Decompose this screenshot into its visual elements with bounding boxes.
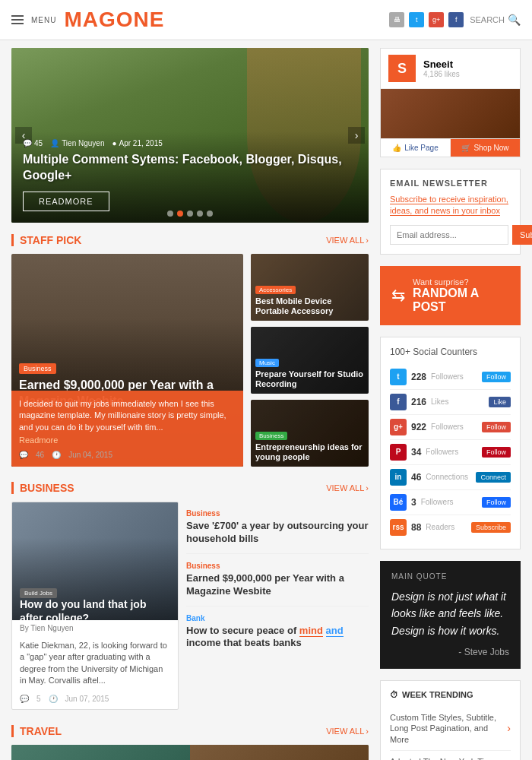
sneeit-shop-button[interactable]: 🛒 Shop Now bbox=[451, 139, 520, 157]
twitter-header-icon[interactable]: t bbox=[409, 12, 424, 27]
search-label: SEARCH bbox=[470, 15, 505, 24]
facebook-like-button[interactable]: Like bbox=[489, 397, 511, 407]
travel-header: TRAVEL VIEW ALL › bbox=[11, 725, 369, 737]
pinterest-label: Followers bbox=[426, 448, 477, 456]
staff-side-overlay-3: Business Entrepreneurship ideas for youn… bbox=[251, 400, 369, 467]
side-tag-2: Music bbox=[255, 359, 279, 367]
googleplus-label: Followers bbox=[431, 423, 477, 431]
business-header: BUSINESS VIEW ALL › bbox=[11, 482, 369, 494]
sneeit-likes: 4,186 likes bbox=[423, 70, 512, 78]
random-sub: Want surprise? bbox=[413, 277, 509, 287]
biz-list-item-3: Bank How to secure peace of mind and inc… bbox=[186, 606, 369, 658]
staff-side-item-3[interactable]: Business Entrepreneurship ideas for youn… bbox=[251, 400, 369, 467]
author-icon: 👤 bbox=[50, 139, 59, 147]
newsletter-submit-button[interactable]: Submit bbox=[512, 225, 532, 245]
business-title: BUSINESS bbox=[11, 482, 74, 494]
staff-side-overlay-1: Accessories Best Mobile Device Portable … bbox=[251, 254, 369, 321]
social-row-googleplus: g+ 922 Followers Follow bbox=[390, 415, 511, 440]
linkedin-count: 46 bbox=[411, 472, 421, 483]
site-logo[interactable]: MAGONE bbox=[64, 8, 164, 32]
header-social-icons: 🖶 t g+ f bbox=[389, 12, 464, 27]
trending-item-2[interactable]: Adapted The New York Times - Best Online… bbox=[390, 751, 511, 760]
slider-dot-3[interactable] bbox=[187, 211, 193, 217]
comments-icon: 💬 bbox=[19, 451, 28, 459]
business-view-all[interactable]: VIEW ALL › bbox=[326, 483, 369, 492]
sneeit-image bbox=[381, 89, 520, 138]
biz-date-icon: 🕐 bbox=[49, 695, 58, 703]
random-title: RANDOM A POST bbox=[413, 287, 509, 314]
slider-dot-4[interactable] bbox=[197, 211, 203, 217]
cart-icon: 🛒 bbox=[461, 144, 470, 152]
clock-trending-icon: ⏱ bbox=[390, 690, 398, 699]
readmore-button[interactable]: READMORE bbox=[23, 192, 109, 211]
quote-text: Design is not just what it looks like an… bbox=[391, 588, 509, 639]
sneeit-like-button[interactable]: 👍 Like Page bbox=[381, 139, 451, 157]
pinterest-follow-button[interactable]: Follow bbox=[482, 447, 511, 458]
quote-author: - Steve Jobs bbox=[391, 647, 509, 657]
comment-icon: 💬 bbox=[23, 139, 32, 147]
hero-author: 👤 Tien Nguyen bbox=[50, 139, 104, 147]
staff-side-item-2[interactable]: Music Prepare Yourself for Studio Record… bbox=[251, 327, 369, 394]
staff-side-articles: Accessories Best Mobile Device Portable … bbox=[251, 254, 369, 467]
slider-dot-5[interactable] bbox=[207, 211, 213, 217]
linkedin-connect-button[interactable]: Connect bbox=[476, 472, 511, 483]
main-content: 💬 45 👤 Tien Nguyen ● Apr 21, 2015 Multip… bbox=[0, 40, 532, 760]
sneeit-info: Sneeit 4,186 likes bbox=[423, 59, 512, 78]
newsletter-text: Subscribe to receive inspiration, ideas,… bbox=[390, 194, 511, 217]
rss-subscribe-button[interactable]: Subscribe bbox=[471, 522, 511, 533]
menu-label: MENU bbox=[31, 16, 56, 24]
newsletter-email-input[interactable] bbox=[390, 225, 508, 245]
rss-label: Readers bbox=[426, 523, 467, 531]
newsletter-box: EMAIL NEWSLETTER Subscribe to receive in… bbox=[380, 169, 521, 255]
googleplus-follow-button[interactable]: Follow bbox=[482, 422, 511, 432]
sneeit-name: Sneeit bbox=[423, 59, 512, 70]
side-title-1: Best Mobile Device Portable Accessory bbox=[255, 296, 364, 316]
staff-main-article[interactable]: Business Earned $9,000,000 per Year with… bbox=[11, 254, 243, 467]
rss-count: 88 bbox=[411, 522, 421, 533]
pinterest-count: 34 bbox=[411, 447, 421, 458]
print-icon[interactable]: 🖶 bbox=[389, 12, 404, 27]
trending-item-1[interactable]: Custom Title Styles, Subtitle, Long Post… bbox=[390, 707, 511, 751]
staff-main-readmore[interactable]: Readmore bbox=[19, 435, 236, 445]
menu-button[interactable] bbox=[11, 15, 24, 24]
slider-dots bbox=[167, 211, 213, 217]
googleplus-header-icon[interactable]: g+ bbox=[429, 12, 444, 27]
side-tag-1: Accessories bbox=[255, 286, 296, 294]
biz-main-footer: 💬 5 🕐 Jun 07, 2015 bbox=[12, 691, 178, 709]
biz-list-title-1[interactable]: Save '£700' a year by outsourcing your h… bbox=[186, 520, 369, 546]
shuffle-icon: ⇆ bbox=[391, 286, 405, 306]
trending-title: ⏱ WEEK TRENDING bbox=[390, 690, 511, 699]
biz-list-item-2: Business Earned $9,000,000 per Year with… bbox=[186, 554, 369, 606]
linkedin-icon: in bbox=[390, 469, 407, 486]
social-row-rss: rss 88 Readers Subscribe bbox=[390, 515, 511, 540]
random-post-box[interactable]: ⇆ Want surprise? RANDOM A POST bbox=[380, 266, 521, 325]
social-row-facebook: f 216 Likes Like bbox=[390, 390, 511, 415]
staff-main-tag: Business bbox=[19, 363, 56, 374]
behance-follow-button[interactable]: Follow bbox=[482, 497, 511, 508]
staff-pick-view-all[interactable]: VIEW ALL › bbox=[326, 236, 369, 245]
biz-list-title-2[interactable]: Earned $9,000,000 per Year with a Magazi… bbox=[186, 572, 369, 598]
staff-side-item-1[interactable]: Accessories Best Mobile Device Portable … bbox=[251, 254, 369, 321]
facebook-count: 216 bbox=[411, 397, 426, 407]
travel-view-all[interactable]: VIEW ALL › bbox=[326, 727, 369, 736]
biz-main-title: How do you land that job after college? bbox=[20, 597, 170, 625]
biz-list-title-3[interactable]: How to secure peace of mind and income t… bbox=[186, 625, 369, 651]
date-icon: 🕐 bbox=[52, 451, 61, 459]
twitter-follow-button[interactable]: Follow bbox=[482, 372, 511, 382]
slider-dot-1[interactable] bbox=[167, 211, 173, 217]
rss-icon: rss bbox=[390, 519, 407, 536]
twitter-count: 228 bbox=[411, 372, 426, 382]
behance-count: 3 bbox=[411, 497, 416, 508]
hero-meta: 💬 45 👤 Tien Nguyen ● Apr 21, 2015 bbox=[23, 139, 357, 147]
header: MENU MAGONE 🖶 t g+ f SEARCH 🔍 bbox=[0, 0, 532, 40]
biz-list-tag-2: Business bbox=[186, 562, 369, 570]
search-icon[interactable]: 🔍 bbox=[508, 14, 521, 26]
social-row-twitter: t 228 Followers Follow bbox=[390, 365, 511, 390]
search-area[interactable]: SEARCH 🔍 bbox=[470, 14, 521, 26]
social-row-behance: Bé 3 Followers Follow bbox=[390, 490, 511, 515]
slider-dot-2[interactable] bbox=[177, 211, 183, 217]
thumbs-up-icon: 👍 bbox=[392, 144, 401, 152]
hero-image: 💬 45 👤 Tien Nguyen ● Apr 21, 2015 Multip… bbox=[11, 48, 369, 223]
staff-pick-title: STAFF PICK bbox=[11, 234, 81, 246]
facebook-header-icon[interactable]: f bbox=[448, 12, 464, 27]
